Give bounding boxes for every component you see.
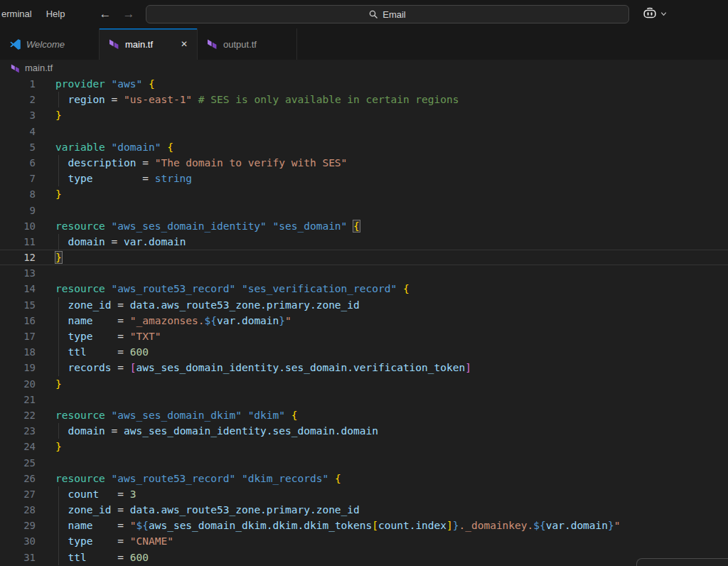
code-line[interactable]: 2 region = "us-east-1" # SES is only ava… (0, 92, 728, 107)
code-line[interactable]: 6 description = "The domain to verify wi… (0, 155, 728, 171)
code-token: var.domain (546, 520, 608, 531)
code-token: = (117, 315, 124, 326)
code-line[interactable]: 1provider "aws" { (0, 76, 728, 92)
menu-item-terminal[interactable]: erminal (0, 0, 39, 28)
code-token (124, 315, 130, 326)
code-token (92, 173, 142, 184)
line-number: 9 (0, 203, 36, 218)
tab-welcome[interactable]: Welcome (0, 28, 100, 60)
code-line[interactable]: 10resource "aws_ses_domain_identity" "se… (0, 218, 728, 234)
code-line[interactable]: 4 (0, 124, 728, 139)
code-line[interactable]: 5variable "domain" { (0, 139, 728, 155)
code-line[interactable]: 8} (0, 186, 728, 202)
code-line[interactable]: 19 records = [aws_ses_domain_identity.se… (0, 360, 728, 375)
code-token: count.index (378, 520, 446, 531)
code-token (55, 94, 68, 105)
code-text: domain = var.domain (55, 234, 186, 250)
code-text: domain = aws_ses_domain_identity.ses_dom… (55, 423, 378, 439)
code-line[interactable]: 25 (0, 455, 728, 471)
code-line[interactable]: 28 zone_id = data.aws_route53_zone.prima… (0, 502, 728, 518)
back-arrow-icon[interactable]: ← (99, 7, 111, 21)
code-token: = (117, 362, 124, 373)
code-token: ._domainkey. (459, 520, 534, 531)
code-line[interactable]: 18 ttl = 600 (0, 344, 728, 360)
code-token (87, 346, 118, 358)
close-icon[interactable]: ✕ (178, 38, 190, 50)
code-line[interactable]: 13 (0, 265, 728, 281)
copilot-menu[interactable] (642, 6, 668, 21)
code-token (328, 473, 335, 484)
breadcrumb[interactable]: main.tf (0, 60, 728, 76)
line-number: 18 (0, 344, 36, 360)
code-line[interactable]: 24} (0, 439, 728, 454)
code-token (124, 346, 130, 358)
line-number: 17 (0, 329, 36, 344)
code-line[interactable]: 14resource "aws_route53_record" "ses_ver… (0, 281, 728, 297)
search-command-center[interactable]: Email (146, 5, 629, 23)
chevron-down-icon (660, 10, 668, 18)
forward-arrow-icon[interactable]: → (122, 7, 134, 21)
code-text: zone_id = data.aws_route53_zone.primary.… (55, 297, 360, 313)
code-token (124, 488, 130, 500)
code-token: } (453, 520, 459, 531)
code-line[interactable]: 23 domain = aws_ses_domain_identity.ses_… (0, 423, 728, 439)
code-line[interactable]: 27 count = 3 (0, 486, 728, 502)
code-token: # SES is only available in certain regio… (198, 94, 459, 105)
code-token (55, 331, 68, 342)
code-token: var.domain (217, 315, 279, 326)
code-token: { (353, 220, 360, 232)
code-line[interactable]: 7 type = string (0, 171, 728, 186)
code-token: = (117, 299, 124, 311)
code-line[interactable]: 17 type = "TXT" (0, 329, 728, 344)
code-token: "aws" (112, 78, 143, 90)
code-token (112, 299, 118, 311)
code-token: "The domain to verify with SES" (155, 157, 348, 169)
code-line[interactable]: 31 ttl = 600 (0, 550, 728, 565)
code-token: { (149, 78, 155, 90)
code-token: "aws_route53_record" (112, 473, 236, 484)
text-cursor (62, 251, 63, 264)
copilot-icon (642, 6, 658, 21)
menu-item-help[interactable]: Help (39, 0, 73, 28)
code-line[interactable]: 22resource "aws_ses_domain_dkim" "dkim" … (0, 407, 728, 423)
code-token: { (335, 473, 341, 484)
code-token: region (68, 94, 105, 105)
line-number: 6 (0, 155, 36, 171)
code-token (105, 425, 112, 437)
code-token: ${ (533, 520, 545, 531)
line-number: 31 (0, 550, 36, 565)
code-token: 600 (130, 346, 149, 358)
code-line[interactable]: 30 type = "CNAME" (0, 533, 728, 549)
code-line[interactable]: 21 (0, 392, 728, 407)
tab-output-tf[interactable]: output.tf (198, 28, 297, 60)
code-line[interactable]: 16 name = "_amazonses.${var.domain}" (0, 313, 728, 329)
code-token (55, 488, 68, 500)
code-token (117, 236, 124, 247)
code-token: domain (68, 236, 105, 247)
code-token: "us-east-1" (124, 94, 192, 105)
code-area: 1provider "aws" {2 region = "us-east-1" … (0, 76, 728, 565)
code-token (117, 425, 124, 437)
code-editor[interactable]: 1provider "aws" {2 region = "us-east-1" … (0, 76, 728, 566)
code-token: } (608, 520, 614, 531)
tab-main-tf[interactable]: main.tf ✕ (100, 28, 198, 60)
code-line[interactable]: 3} (0, 107, 728, 123)
code-text: resource "aws_route53_record" "dkim_reco… (55, 471, 341, 486)
code-line[interactable]: 11 domain = var.domain (0, 234, 728, 250)
code-text: region = "us-east-1" # SES is only avail… (55, 92, 459, 107)
code-token: "CNAME" (130, 535, 173, 547)
code-token: } (279, 315, 285, 326)
code-token: [ (130, 362, 136, 373)
code-token (124, 520, 130, 531)
code-line[interactable]: 29 name = "${aws_ses_domain_dkim.dkim.dk… (0, 518, 728, 533)
code-token: "TXT" (130, 331, 161, 342)
line-number: 3 (0, 107, 36, 123)
code-line[interactable]: 12} (0, 250, 728, 265)
code-line[interactable]: 20} (0, 376, 728, 392)
code-text: provider "aws" { (55, 76, 155, 92)
code-line[interactable]: 26resource "aws_route53_record" "dkim_re… (0, 471, 728, 486)
code-line[interactable]: 9 (0, 203, 728, 218)
line-number: 14 (0, 281, 36, 297)
code-token: ] (465, 362, 471, 373)
code-line[interactable]: 15 zone_id = data.aws_route53_zone.prima… (0, 297, 728, 313)
